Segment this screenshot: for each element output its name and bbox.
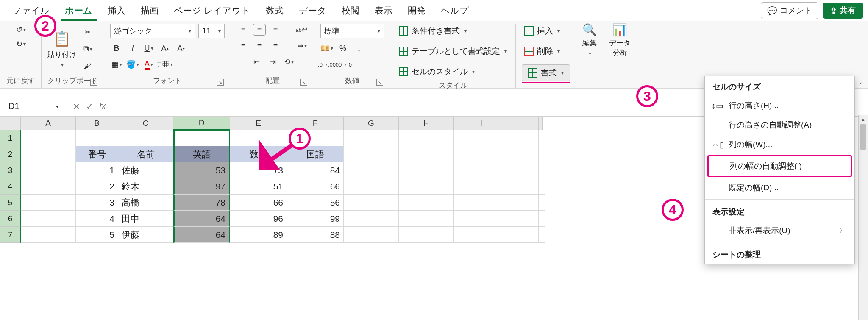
tab-data[interactable]: データ [291,1,334,20]
cell[interactable] [454,146,509,162]
col-header-g[interactable]: G [344,117,399,130]
undo-button[interactable]: ↺▾ [14,24,27,36]
cell-d1-active[interactable] [173,130,230,146]
cell[interactable] [509,211,539,227]
analyze-data-button[interactable]: 📊 [614,24,626,36]
cut-button[interactable]: ✂ [81,26,94,38]
tab-view[interactable]: 表示 [367,1,400,20]
cell[interactable] [454,195,509,211]
font-launcher[interactable]: ↘ [217,79,224,86]
cell[interactable]: 89 [230,227,287,243]
cell[interactable]: 88 [287,227,344,243]
align-top-button[interactable]: ≡ [237,24,250,36]
increase-font-button[interactable]: A▴ [159,42,171,54]
fx-button[interactable]: fx [99,101,106,111]
decrease-font-button[interactable]: A▾ [175,42,187,54]
format-cells-button[interactable]: 書式▾ [522,64,570,81]
row-header-6[interactable]: 6 [0,211,21,227]
ribbon-collapse-button[interactable]: ⌄ [858,78,863,85]
cell[interactable]: 2 [76,178,118,195]
scroll-up-button[interactable]: ▲ [859,115,868,124]
cell[interactable] [454,227,509,243]
find-select-button[interactable]: 🔍 [583,24,596,36]
cell[interactable] [399,211,454,227]
font-size-select[interactable]: 11▾ [198,24,225,38]
row-header-2[interactable]: 2 [0,146,21,162]
cell[interactable]: 伊藤 [118,227,173,243]
font-name-select[interactable]: 游ゴシック▾ [110,24,195,38]
cell[interactable] [344,211,399,227]
clipboard-launcher[interactable]: ↘ [90,79,97,86]
cell[interactable] [21,227,76,243]
cell[interactable]: 名前 [118,146,173,162]
cell[interactable]: 英語 [173,146,230,162]
comments-button[interactable]: 💬コメント [761,2,818,19]
format-painter-button[interactable]: 🖌 [81,60,94,72]
menu-hide-unhide[interactable]: 非表示/再表示(U)〉 [705,221,854,240]
cell[interactable]: 53 [173,162,230,178]
tab-home[interactable]: ホーム [57,1,100,20]
cell[interactable] [454,162,509,178]
cell[interactable] [454,130,509,146]
cell[interactable] [509,130,539,146]
row-header-4[interactable]: 4 [0,178,21,195]
enter-formula-button[interactable]: ✓ [86,101,93,111]
insert-cells-button[interactable]: 挿入▾ [522,24,562,38]
scroll-thumb[interactable] [860,124,866,150]
align-bottom-button[interactable]: ≡ [269,24,282,36]
menu-autofit-row-height[interactable]: 行の高さの自動調整(A) [705,115,854,135]
align-center-button[interactable]: ≡ [253,40,266,52]
col-header-c[interactable]: C [118,117,173,130]
increase-decimal-button[interactable]: .0→.00 [320,58,333,70]
fill-color-button[interactable]: 🪣▾ [126,58,139,70]
conditional-formatting-button[interactable]: 条件付き書式▾ [396,24,469,38]
number-format-select[interactable]: 標準▾ [320,24,384,38]
menu-autofit-column-width[interactable]: 列の幅の自動調整(I) [707,155,852,177]
cell[interactable] [509,146,539,162]
cell[interactable] [21,146,76,162]
accounting-format-button[interactable]: 💴▾ [320,42,333,54]
share-button[interactable]: ⇪共有 [823,3,863,19]
cell[interactable] [454,211,509,227]
tab-developer[interactable]: 開発 [400,1,433,20]
cell[interactable]: 5 [76,227,118,243]
cell[interactable]: 高橋 [118,195,173,211]
cell[interactable] [399,162,454,178]
tab-page-layout[interactable]: ページ レイアウト [166,1,258,20]
col-header-i[interactable]: I [454,117,509,130]
cell-styles-button[interactable]: セルのスタイル▾ [396,64,477,79]
name-box[interactable]: D1▾ [4,99,63,114]
cell[interactable] [399,195,454,211]
menu-default-width[interactable]: 既定の幅(D)... [705,178,854,198]
bold-button[interactable]: B [110,42,123,54]
number-launcher[interactable]: ↘ [376,79,383,86]
italic-button[interactable]: I [126,42,139,54]
align-middle-button[interactable]: ≡ [253,24,266,36]
wrap-text-button[interactable]: ab↵ [295,24,308,36]
cell[interactable]: 佐藤 [118,162,173,178]
cell[interactable] [399,130,454,146]
col-header-h[interactable]: H [399,117,454,130]
merge-center-button[interactable]: ⇔▾ [295,40,308,52]
paste-button[interactable]: 📋 貼り付け ▾ [47,30,76,68]
align-right-button[interactable]: ≡ [269,40,282,52]
col-header-blank[interactable] [509,117,539,130]
format-as-table-button[interactable]: テーブルとして書式設定▾ [396,44,509,58]
cell[interactable] [399,178,454,195]
decrease-decimal-button[interactable]: .00→.0 [337,58,349,70]
cell[interactable]: 4 [76,211,118,227]
cell[interactable]: 64 [173,227,230,243]
phonetic-button[interactable]: ア亜▾ [159,58,171,70]
tab-draw[interactable]: 描画 [133,1,166,20]
row-header-7[interactable]: 7 [0,227,21,243]
cell[interactable]: 66 [230,195,287,211]
cell[interactable]: 64 [173,211,230,227]
decrease-indent-button[interactable]: ⇤ [250,56,263,68]
cell[interactable] [454,178,509,195]
cell[interactable]: 田中 [118,211,173,227]
percent-button[interactable]: % [337,42,349,54]
select-all-corner[interactable] [0,117,21,130]
cell[interactable] [509,227,539,243]
cell[interactable] [76,130,118,146]
align-left-button[interactable]: ≡ [237,40,250,52]
